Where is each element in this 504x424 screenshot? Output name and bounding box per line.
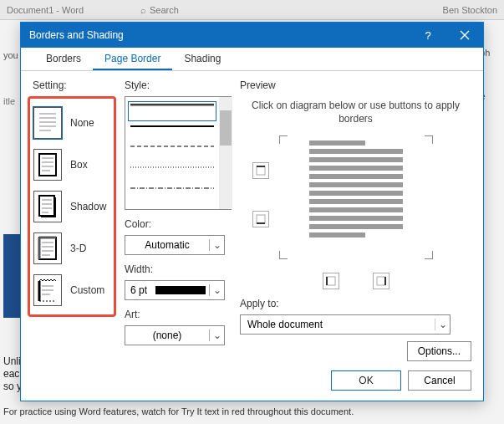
svg-rect-37 [327, 277, 335, 285]
setting-custom-label: Custom [70, 284, 104, 296]
apply-to-combo[interactable]: Whole document ⌄ [240, 314, 451, 335]
border-right-button[interactable] [373, 273, 389, 289]
border-top-button[interactable] [252, 162, 269, 179]
setting-custom[interactable]: Custom [32, 269, 112, 311]
setting-box[interactable]: Box [32, 144, 112, 186]
style-opt-dashdot[interactable] [130, 187, 214, 202]
bg-user: Ben Stockton [443, 5, 497, 15]
apply-to-label: Apply to: [240, 298, 471, 309]
tab-shading[interactable]: Shading [172, 48, 232, 70]
tab-page-border[interactable]: Page Border [93, 48, 172, 70]
dialog-title: Borders and Shading [29, 29, 124, 41]
setting-none-label: None [70, 117, 94, 129]
style-opt-dashed[interactable] [130, 146, 214, 161]
dialog-tabs: Borders Page Border Shading [21, 48, 483, 71]
options-label: Options... [418, 345, 461, 357]
style-opt-dotted[interactable] [130, 166, 214, 181]
preview-instructions: Click on diagram below or use buttons to… [240, 96, 471, 125]
art-combo[interactable]: (none) ⌄ [125, 325, 225, 345]
tab-borders[interactable]: Borders [34, 48, 93, 70]
setting-3d[interactable]: 3-D [32, 227, 112, 269]
art-value: (none) [125, 329, 209, 341]
art-label: Art: [125, 309, 232, 320]
style-opt-medium[interactable] [130, 125, 214, 140]
help-button[interactable]: ? [410, 23, 446, 48]
style-opt-solid[interactable] [130, 104, 214, 119]
setting-shadow-label: Shadow [70, 201, 106, 212]
svg-rect-33 [257, 166, 265, 175]
search-icon: ⌕ [140, 5, 146, 15]
ok-label: OK [359, 375, 373, 386]
width-combo[interactable]: 6 pt ⌄ [125, 280, 225, 300]
chevron-down-icon: ⌄ [435, 319, 450, 330]
border-bottom-button[interactable] [252, 211, 269, 227]
svg-rect-16 [39, 238, 56, 259]
tab-shading-label: Shading [184, 53, 221, 64]
width-value: 6 pt [125, 284, 152, 296]
bg-blue-block [3, 234, 20, 318]
preview-diagram[interactable] [279, 135, 433, 269]
setting-none[interactable]: None [32, 102, 112, 144]
chevron-down-icon: ⌄ [209, 239, 224, 251]
style-listbox[interactable] [125, 96, 232, 210]
chevron-down-icon: ⌄ [209, 284, 224, 296]
corner-indicator [279, 135, 288, 144]
style-label: Style: [125, 79, 232, 91]
color-value: Automatic [125, 239, 209, 251]
apply-to-value: Whole document [247, 319, 323, 330]
tab-borders-label: Borders [46, 53, 81, 64]
color-label: Color: [125, 218, 232, 230]
close-button[interactable] [446, 23, 483, 48]
cancel-label: Cancel [424, 375, 455, 386]
setting-shadow[interactable]: Shadow [32, 186, 112, 227]
bg-title-label: itle [3, 96, 15, 106]
page-preview[interactable] [304, 139, 408, 249]
setting-highlight: None Box Shadow [28, 96, 116, 317]
border-left-button[interactable] [323, 273, 339, 289]
setting-box-label: Box [70, 159, 88, 171]
setting-shadow-icon [33, 191, 62, 222]
ok-button[interactable]: OK [331, 370, 401, 391]
bg-left-text: Unli eac so y [3, 355, 22, 393]
corner-indicator [279, 251, 288, 259]
chevron-down-icon: ⌄ [209, 329, 224, 341]
bg-search-label: Search [150, 5, 179, 15]
setting-custom-icon [33, 274, 62, 306]
borders-shading-dialog: Borders and Shading ? Borders Page Borde… [20, 22, 484, 401]
color-combo[interactable]: Automatic ⌄ [125, 235, 225, 255]
setting-3d-label: 3-D [70, 243, 86, 254]
svg-rect-5 [39, 154, 56, 176]
dialog-titlebar: Borders and Shading ? [21, 23, 483, 48]
dialog-footer: OK Cancel [21, 364, 483, 401]
width-label: Width: [125, 263, 232, 275]
bg-doc-title: Document1 - Word [7, 5, 84, 15]
setting-none-icon [33, 107, 62, 139]
bg-you-label: you [3, 50, 18, 60]
preview-label: Preview [240, 79, 471, 91]
bg-bottom-line: For practice using Word features, watch … [3, 406, 501, 416]
svg-rect-35 [257, 215, 265, 223]
corner-indicator [425, 251, 433, 259]
close-icon [460, 30, 470, 40]
bg-search: ⌕ Search [140, 5, 179, 15]
cancel-button[interactable]: Cancel [408, 370, 471, 391]
svg-rect-10 [41, 197, 56, 217]
svg-rect-39 [377, 277, 385, 285]
style-scrollbar[interactable] [219, 97, 232, 209]
svg-rect-11 [39, 196, 54, 216]
setting-box-icon [33, 149, 62, 181]
setting-label: Setting: [33, 79, 116, 91]
bg-titlebar: Document1 - Word ⌕ Search Ben Stockton [0, 0, 504, 20]
options-button[interactable]: Options... [407, 341, 471, 361]
tab-page-border-label: Page Border [104, 53, 160, 64]
width-swatch [155, 286, 206, 294]
corner-indicator [425, 135, 433, 144]
scrollbar-thumb[interactable] [220, 110, 232, 146]
setting-3d-icon [33, 232, 62, 264]
